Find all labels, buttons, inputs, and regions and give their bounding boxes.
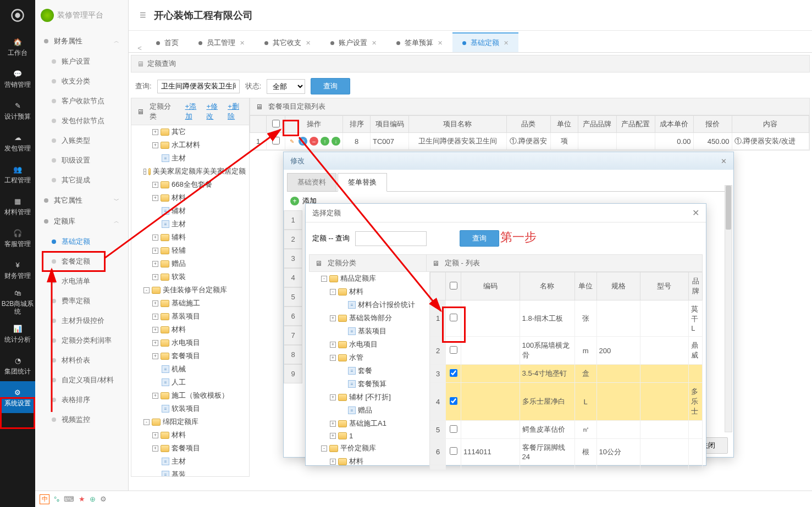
tree-node[interactable]: +基础装饰部分 (309, 311, 429, 325)
row-check[interactable] (450, 346, 457, 354)
list-row[interactable]: 33.5-4寸地垄钉盒 (430, 365, 703, 383)
expand-icon[interactable]: + (152, 274, 158, 280)
sub-pay-node[interactable]: 发包付款节点 (35, 111, 128, 131)
tree-node[interactable]: +材料 (131, 428, 249, 442)
expand-icon[interactable]: + (152, 314, 158, 320)
tree-node[interactable]: +1 (309, 430, 429, 442)
expand-icon[interactable]: + (152, 195, 158, 201)
expand-icon[interactable]: + (152, 142, 158, 148)
list-row[interactable]: 2100系隔墙横龙骨m200鼎威 (430, 337, 703, 365)
close-icon[interactable]: ✕ (438, 40, 443, 47)
tree-node[interactable]: ≡软装项目 (131, 402, 249, 415)
tree-node[interactable]: ≡主材 (131, 218, 249, 231)
tree-node[interactable]: ≡赠品 (309, 404, 429, 417)
sub-rate-quota[interactable]: 费率定额 (35, 291, 128, 311)
copy-icon[interactable]: ⎘ (299, 137, 307, 146)
collapse-icon[interactable]: ☰ (140, 11, 146, 19)
category-tree[interactable]: +其它+水工材料≡主材-美美家居定额库美美家居定额+668全包套餐+材料≡辅材≡… (131, 125, 250, 477)
tree-node[interactable]: -美佳装修平台定额库 (131, 283, 249, 297)
tree-node[interactable]: +辅材 [不打折] (309, 391, 429, 404)
expand-icon[interactable]: + (330, 394, 336, 400)
sub-commission[interactable]: 其它提成 (35, 170, 128, 190)
add-icon[interactable]: + (290, 197, 299, 205)
tree-node[interactable]: ≡人工 (131, 376, 249, 389)
close-icon[interactable]: ✕ (721, 157, 727, 165)
modal-tab-basic[interactable]: 基础资料 (287, 173, 336, 191)
check-all[interactable] (272, 120, 280, 127)
nav-package[interactable]: ☁发包管理 (0, 126, 35, 158)
expand-icon[interactable]: + (152, 129, 158, 135)
close-icon[interactable]: ✕ (692, 208, 699, 218)
expand-icon[interactable]: + (152, 340, 158, 346)
tab-home[interactable]: 首页 (146, 34, 189, 52)
tab-other-income[interactable]: 其它收支✕ (255, 34, 321, 52)
nav-marketing[interactable]: 💬营销管理 (0, 63, 35, 94)
expand-icon[interactable]: - (143, 287, 150, 293)
close-icon[interactable]: ✕ (240, 40, 245, 47)
sub-profit-rate[interactable]: 定额分类利润率 (35, 331, 128, 350)
sub-table-sort[interactable]: 表格排序 (35, 390, 128, 410)
group-quota[interactable]: 定额库︿ (35, 211, 128, 232)
add-link[interactable]: +添加 (185, 102, 201, 121)
close-icon[interactable]: ✕ (306, 40, 311, 47)
status-select[interactable]: 全部 (267, 79, 305, 94)
expand-icon[interactable]: + (330, 315, 336, 321)
sub-upgrade-price[interactable]: 主材升级控价 (35, 311, 128, 331)
list-row[interactable]: 4多乐士屋净白L多乐士 (430, 383, 703, 421)
expand-icon[interactable]: + (330, 342, 336, 348)
tree-node[interactable]: +水电项目 (131, 336, 249, 349)
expand-icon[interactable]: - (330, 289, 336, 295)
sub-base-quota[interactable]: 基础定额 (35, 232, 128, 252)
expand-icon[interactable]: + (152, 327, 158, 333)
expand-icon[interactable]: - (143, 169, 146, 175)
search-input[interactable] (157, 80, 240, 93)
close-icon[interactable]: ✕ (504, 40, 509, 47)
sub-account[interactable]: 账户设置 (35, 52, 128, 71)
tree-node[interactable]: +基础施工A1 (309, 417, 429, 430)
list-row[interactable]: 11.8-细木工板张莫干L (430, 300, 703, 337)
tab-base-quota[interactable]: 基础定额✕ (452, 32, 518, 52)
close-icon[interactable]: ✕ (372, 40, 377, 47)
tree-node[interactable]: +水电项目 (309, 338, 429, 351)
expand-icon[interactable]: - (321, 445, 327, 452)
tab-back-icon[interactable]: < (133, 44, 146, 52)
tree-node[interactable]: +基装项目 (131, 310, 249, 323)
search-button[interactable]: 查询 (311, 78, 350, 94)
delete-link[interactable]: +删除 (228, 102, 244, 121)
expand-icon[interactable]: + (152, 182, 158, 188)
edit-icon[interactable]: ✎ (288, 137, 296, 146)
nav-workbench[interactable]: 🏠工作台 (0, 31, 35, 63)
tree-node[interactable]: +668全包套餐 (131, 178, 249, 191)
tree-node[interactable]: +材料 (309, 455, 429, 468)
quota-search-input[interactable] (355, 231, 427, 246)
sub-material-price[interactable]: 材料价表 (35, 350, 128, 370)
expand-icon[interactable]: - (321, 276, 327, 282)
expand-icon[interactable]: + (152, 432, 158, 438)
status-icon[interactable]: ★ (79, 495, 85, 503)
expand-icon[interactable]: + (152, 248, 158, 254)
tree-node[interactable]: +赠品 (131, 257, 249, 270)
delete-icon[interactable]: – (310, 137, 318, 146)
sub-rank[interactable]: 职级设置 (35, 151, 128, 170)
tree-node[interactable]: +其它 (131, 125, 249, 138)
status-icon[interactable]: ⌨ (64, 495, 74, 503)
row-check[interactable] (450, 397, 457, 405)
modal-tab-replace[interactable]: 签单替换 (338, 173, 387, 192)
up-icon[interactable]: ↑ (321, 137, 329, 146)
list-row[interactable]: 5鳄鱼皮革估价㎡ (430, 421, 703, 439)
expand-icon[interactable]: + (330, 421, 336, 427)
status-icon[interactable]: ⚙ (100, 495, 107, 503)
status-icon[interactable]: ⊕ (90, 495, 96, 503)
tree-node[interactable]: ≡材料合计报价统计 (309, 298, 429, 311)
expand-icon[interactable]: + (152, 300, 158, 307)
check-all[interactable] (450, 282, 457, 289)
tree-node[interactable]: +材料 (131, 323, 249, 336)
expand-icon[interactable]: + (330, 433, 336, 439)
nav-finance[interactable]: ¥财务管理 (0, 254, 35, 286)
row-check[interactable] (450, 447, 457, 455)
tree-node[interactable]: ≡套餐预算 (309, 377, 429, 391)
expand-icon[interactable]: - (143, 419, 150, 425)
tab-budget[interactable]: 签单预算✕ (386, 34, 452, 52)
tab-staff[interactable]: 员工管理✕ (189, 34, 255, 52)
edit-link[interactable]: +修改 (206, 102, 222, 121)
